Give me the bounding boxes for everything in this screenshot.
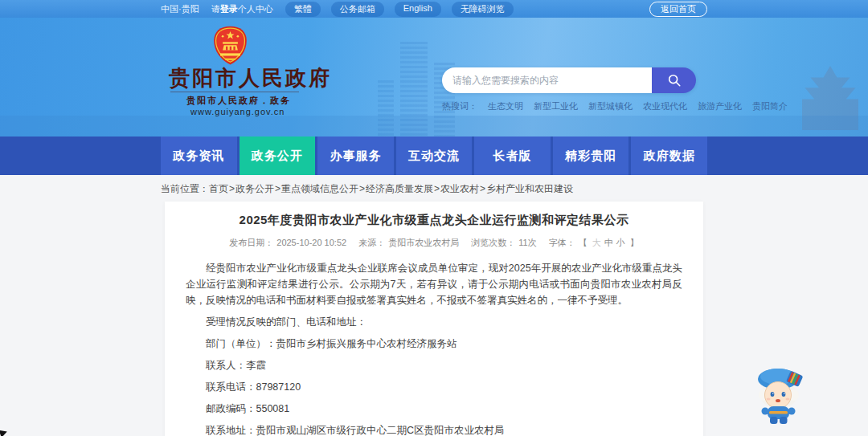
views-value: 11次 — [518, 238, 536, 247]
search-icon — [667, 73, 682, 88]
mouse-cursor — [0, 428, 8, 436]
breadcrumb-separator: > — [359, 183, 365, 194]
nav-tab[interactable]: 政府数据 — [631, 137, 707, 175]
nav-tab[interactable]: 互动交流 — [396, 137, 473, 175]
reception-line: 受理情况反映的部门、电话和地址： — [186, 314, 682, 330]
topbar-pill-link[interactable]: 繁體 — [285, 2, 321, 17]
contact-line: 联系人：李霞 — [186, 357, 682, 373]
breadcrumb: 当前位置：首页>政务公开>重点领域信息公开>经济高质量发展>农业农村>乡村产业和… — [161, 182, 707, 196]
nav-tab[interactable]: 政务资讯 — [161, 137, 237, 175]
font-size-label: 字体： — [549, 238, 575, 247]
source-label: 来源： — [358, 238, 385, 247]
source-value: 贵阳市农业农村局 — [388, 238, 459, 247]
breadcrumb-separator: > — [229, 183, 235, 194]
login-suffix: 个人中心 — [238, 4, 273, 14]
hot-search-word[interactable]: 新型工业化 — [534, 100, 578, 112]
search-area: 热搜词： 生态文明新型工业化新型城镇化农业现代化旅游产业化贵阳简介 — [442, 67, 696, 112]
font-size-option[interactable]: 小 — [616, 238, 625, 247]
publish-label: 发布日期： — [229, 238, 273, 247]
bracket-close: 】 — [630, 238, 639, 247]
breadcrumb-link[interactable]: 经济高质量发展 — [366, 183, 433, 194]
login-prefix: 请 — [211, 4, 220, 14]
contact-line: 联系电话：87987120 — [186, 379, 682, 395]
topbar-pill-link[interactable]: English — [395, 2, 441, 17]
hot-search-word[interactable]: 贵阳简介 — [752, 100, 788, 112]
search-button[interactable] — [652, 67, 696, 93]
site-title: 贵阳市人民政府 — [169, 64, 332, 92]
breadcrumb-link[interactable]: 农业农村 — [440, 183, 479, 194]
login-bold: 登录 — [220, 4, 238, 14]
bracket-open: 【 — [579, 238, 588, 247]
nav-tab[interactable]: 精彩贵阳 — [553, 137, 629, 175]
publish-date: 2025-10-20 10:52 — [276, 238, 346, 247]
breadcrumb-separator: > — [480, 183, 485, 194]
article-intro-paragraph: 经贵阳市农业产业化市级重点龙头企业联席会议成员单位审定，现对2025年开展的农业… — [186, 260, 682, 308]
contact-info-block: 部门（单位）：贵阳市乡村振兴服务中心农村经济服务站联系人：李霞联系电话：8798… — [186, 336, 682, 436]
nav-tab[interactable]: 政务公开 — [240, 137, 316, 175]
hot-search-word[interactable]: 农业现代化 — [643, 100, 687, 112]
hot-search-word[interactable]: 旅游产业化 — [698, 100, 742, 112]
article-title: 2025年度贵阳市农业产业化市级重点龙头企业运行监测和评定结果公示 — [186, 213, 682, 228]
breadcrumb-link[interactable]: 首页 — [209, 183, 228, 194]
breadcrumb-link[interactable]: 乡村产业和农田建设 — [486, 183, 573, 194]
main-nav: 政务资讯政务公开办事服务互动交流长者版精彩贵阳政府数据 — [0, 137, 868, 175]
return-home-button[interactable]: 返回首页 — [649, 2, 707, 17]
hot-search-label: 热搜词： — [442, 100, 477, 112]
nav-tab[interactable]: 长者版 — [474, 137, 551, 175]
breadcrumb-separator: > — [434, 183, 440, 194]
site-url: www.guiyang.gov.cn — [190, 107, 285, 116]
topbar-pill-link[interactable]: 无障碍浏览 — [452, 2, 514, 17]
mascot-character — [747, 363, 813, 426]
login-link[interactable]: 请登录个人中心 — [211, 3, 273, 15]
font-size-option[interactable]: 大 — [592, 238, 601, 247]
search-input[interactable] — [442, 67, 652, 93]
region-link[interactable]: 中国·贵阳 — [161, 3, 199, 15]
site-subtitle: 贵阳市人民政府．政务 — [186, 95, 291, 107]
contact-line: 邮政编码：550081 — [186, 401, 682, 417]
nav-tab[interactable]: 办事服务 — [317, 137, 394, 175]
header-banner: 贵阳市人民政府 贵阳市人民政府．政务 www.guiyang.gov.cn 热搜… — [0, 18, 868, 137]
contact-line: 联系地址：贵阳市观山湖区市级行政中心二期C区贵阳市农业农村局 — [186, 422, 682, 436]
breadcrumb-separator: > — [275, 183, 280, 194]
contact-line: 部门（单位）：贵阳市乡村振兴服务中心农村经济服务站 — [186, 336, 682, 352]
hot-search-word[interactable]: 新型城镇化 — [588, 100, 633, 112]
hot-search-words: 生态文明新型工业化新型城镇化农业现代化旅游产业化贵阳简介 — [488, 100, 788, 112]
breadcrumb-link[interactable]: 政务公开 — [235, 183, 274, 194]
national-emblem-icon — [211, 26, 249, 66]
article-meta: 发布日期：2025-10-20 10:52 来源：贵阳市农业农村局 浏览次数：1… — [186, 237, 682, 249]
article-card: 2025年度贵阳市农业产业化市级重点龙头企业运行监测和评定结果公示 发布日期：2… — [165, 202, 703, 436]
font-size-option[interactable]: 中 — [604, 238, 613, 247]
hot-search-word[interactable]: 生态文明 — [488, 100, 523, 112]
breadcrumb-link[interactable]: 重点领域信息公开 — [281, 183, 358, 194]
title-divider — [170, 92, 299, 92]
top-utility-bar: 中国·贵阳 请登录个人中心 繁體公务邮箱English无障碍浏览 返回首页 — [0, 0, 868, 18]
topbar-pill-group: 繁體公务邮箱English无障碍浏览 — [285, 2, 514, 17]
topbar-pill-link[interactable]: 公务邮箱 — [331, 2, 384, 17]
views-label: 浏览次数： — [471, 238, 515, 247]
breadcrumb-label: 当前位置： — [161, 183, 209, 194]
